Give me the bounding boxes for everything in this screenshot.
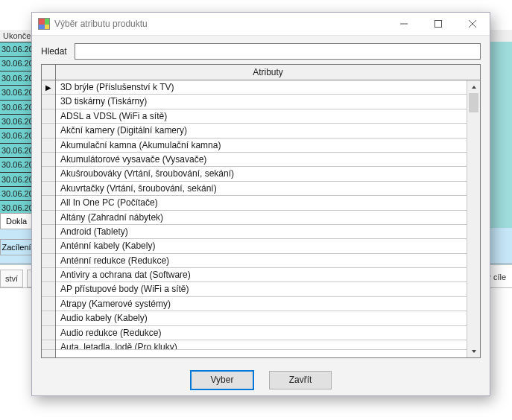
table-row[interactable]: Auta, letadla, lodě (Pro kluky) <box>56 340 467 350</box>
svg-marker-5 <box>472 350 476 353</box>
attribute-grid: ▶ Atributy 3D brýle (Příslušenství k TV)… <box>41 64 481 358</box>
bg-tab-zacileni-label: Zacílení <box>1 243 31 252</box>
table-row[interactable]: Antiviry a ochrana dat (Software) <box>56 268 467 282</box>
chevron-up-icon <box>471 84 477 90</box>
row-header[interactable]: ▶ <box>42 80 55 95</box>
close-button[interactable] <box>455 13 490 35</box>
row-header-column: ▶ <box>42 65 56 357</box>
row-header[interactable] <box>42 297 55 311</box>
table-row[interactable]: Android (Tablety) <box>56 225 467 239</box>
table-row[interactable]: Anténní redukce (Redukce) <box>56 254 467 268</box>
bg-date-column: 30.06.2030.06.2030.06.2030.06.2030.06.20… <box>0 42 31 215</box>
row-header[interactable] <box>42 211 55 225</box>
app-icon <box>38 18 50 30</box>
table-row[interactable]: Altány (Zahradní nábytek) <box>56 211 467 225</box>
search-label: Hledat <box>41 46 67 57</box>
table-row[interactable]: Akumulační kamna (Akumulační kamna) <box>56 139 467 153</box>
row-header[interactable] <box>42 326 55 340</box>
bg-date-cell[interactable]: 30.06.20 <box>0 143 31 157</box>
column-header-atributy[interactable]: Atributy <box>56 65 480 80</box>
table-row[interactable]: ADSL a VDSL (WiFi a sítě) <box>56 109 467 124</box>
bg-tab-dokla[interactable]: Dokla <box>0 213 33 229</box>
bg-toolbar-label: Ukončer <box>3 31 34 40</box>
table-row[interactable]: Audio redukce (Redukce) <box>56 326 467 340</box>
bg-date-cell[interactable]: 30.06.20 <box>0 42 31 56</box>
bg-date-cell[interactable]: 30.06.20 <box>0 56 31 70</box>
row-header[interactable] <box>42 239 55 253</box>
table-row[interactable]: AP přístupové body (WiFi a sítě) <box>56 282 467 296</box>
bg-date-cell[interactable]: 30.06.20 <box>0 71 31 85</box>
maximize-button[interactable] <box>421 13 455 35</box>
close-icon <box>469 20 476 28</box>
table-row[interactable]: 3D tiskárny (Tiskárny) <box>56 95 467 109</box>
row-header[interactable] <box>42 109 55 124</box>
bg-date-cell[interactable]: 30.06.20 <box>0 157 31 171</box>
select-button[interactable]: Vyber <box>190 370 254 390</box>
minimize-button[interactable] <box>387 13 421 35</box>
table-row[interactable]: Akušroubováky (Vrtání, šroubování, sekán… <box>56 167 467 181</box>
row-header[interactable] <box>42 153 55 167</box>
scroll-down-button[interactable] <box>467 345 480 357</box>
scroll-up-button[interactable] <box>467 80 480 93</box>
table-row[interactable]: Akční kamery (Digitální kamery) <box>56 124 467 138</box>
bg-date-cell[interactable]: 30.06.20 <box>0 186 31 200</box>
svg-rect-1 <box>435 21 442 28</box>
bg-tab-dokla-label: Dokla <box>6 217 27 226</box>
row-header[interactable] <box>42 182 55 196</box>
table-row[interactable]: Akumulátorové vysavače (Vysavače) <box>56 153 467 167</box>
scroll-track[interactable] <box>467 93 480 345</box>
bg-tab-zacileni[interactable]: Zacílení <box>0 239 33 255</box>
row-header[interactable] <box>42 340 55 350</box>
chevron-down-icon <box>471 349 477 354</box>
bg-date-cell[interactable]: 30.06.20 <box>0 100 31 114</box>
attribute-picker-dialog: Výběr atributu produktu Hledat ▶ Atribut… <box>31 12 490 396</box>
dialog-title: Výběr atributu produktu <box>54 19 148 29</box>
table-row[interactable]: Anténní kabely (Kabely) <box>56 239 467 253</box>
search-row: Hledat <box>32 36 490 64</box>
grid-corner <box>42 65 55 80</box>
row-header[interactable] <box>42 167 55 181</box>
table-row[interactable]: Akuvrtačky (Vrtání, šroubování, sekání) <box>56 182 467 196</box>
grid-cells: 3D brýle (Příslušenství k TV)3D tiskárny… <box>56 80 467 357</box>
svg-marker-4 <box>472 86 476 89</box>
vertical-scrollbar[interactable] <box>467 80 480 357</box>
table-row[interactable]: All In One PC (Počítače) <box>56 196 467 210</box>
bg-date-cell[interactable]: 30.06.20 <box>0 85 31 99</box>
table-row[interactable]: Atrapy (Kamerové systémy) <box>56 297 467 311</box>
close-dialog-button[interactable]: Zavřít <box>269 371 332 389</box>
row-header[interactable] <box>42 311 55 325</box>
table-row[interactable]: Audio kabely (Kabely) <box>56 311 467 325</box>
dialog-button-row: Vyber Zavřít <box>32 364 490 395</box>
row-header[interactable] <box>42 254 55 268</box>
maximize-icon <box>434 20 442 28</box>
row-header[interactable] <box>42 196 55 210</box>
column-header-label: Atributy <box>253 67 283 77</box>
row-header[interactable] <box>42 139 55 153</box>
row-header[interactable] <box>42 268 55 282</box>
search-input[interactable] <box>75 43 481 60</box>
bg-date-cell[interactable]: 30.06.20 <box>0 128 31 142</box>
scroll-thumb[interactable] <box>469 93 478 112</box>
select-button-label: Vyber <box>211 375 234 385</box>
row-header[interactable] <box>42 95 55 109</box>
bg-date-cell[interactable]: 30.06.20 <box>0 114 31 128</box>
table-row[interactable]: 3D brýle (Příslušenství k TV) <box>56 80 467 95</box>
row-header[interactable] <box>42 282 55 296</box>
bg-lower-tab-1[interactable]: ství <box>0 270 23 287</box>
row-header[interactable] <box>42 124 55 138</box>
close-dialog-button-label: Zavřít <box>289 375 312 385</box>
row-header[interactable] <box>42 225 55 239</box>
minimize-icon <box>400 20 408 28</box>
titlebar[interactable]: Výběr atributu produktu <box>32 13 490 36</box>
bg-date-cell[interactable]: 30.06.20 <box>0 172 31 186</box>
